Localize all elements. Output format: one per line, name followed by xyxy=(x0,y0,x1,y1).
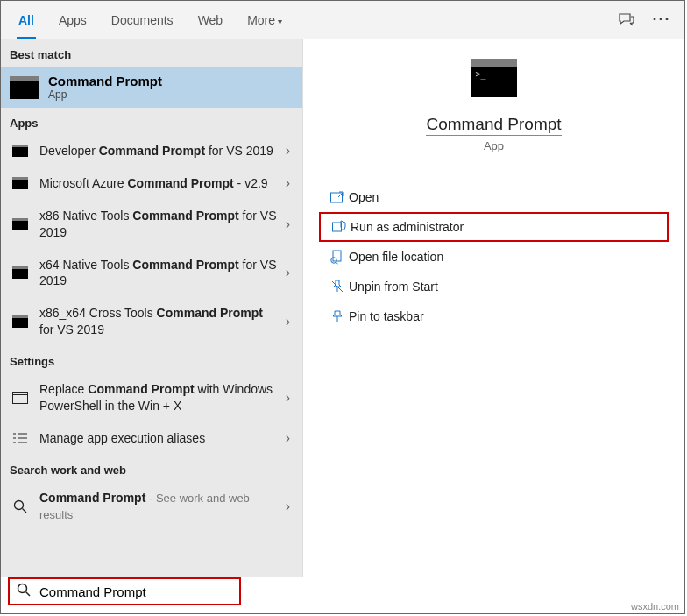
app-result-dev-cmd[interactable]: Developer Command Prompt for VS 2019 › xyxy=(1,135,302,167)
action-run-as-admin[interactable]: Run as administrator xyxy=(319,212,669,242)
chevron-right-icon[interactable]: › xyxy=(282,143,294,159)
command-prompt-icon xyxy=(12,266,28,279)
chevron-right-icon[interactable]: › xyxy=(282,499,294,514)
section-settings: Settings xyxy=(1,346,302,373)
svg-rect-12 xyxy=(333,223,342,231)
tab-more[interactable]: More▾ xyxy=(235,1,294,39)
ellipsis-icon[interactable]: ··· xyxy=(644,1,679,39)
search-icon xyxy=(10,499,31,513)
open-icon xyxy=(326,191,349,203)
unpin-icon xyxy=(326,280,349,294)
section-search-work-web: Search work and web xyxy=(1,455,302,482)
chevron-right-icon[interactable]: › xyxy=(282,430,294,446)
svg-point-8 xyxy=(15,500,24,509)
svg-line-15 xyxy=(336,262,338,264)
chevron-right-icon[interactable]: › xyxy=(282,390,294,406)
svg-line-18 xyxy=(26,592,31,597)
setting-replace-cmd-powershell[interactable]: Replace Command Prompt with Windows Powe… xyxy=(1,373,302,422)
shield-icon xyxy=(328,220,351,234)
search-box[interactable] xyxy=(8,577,241,605)
chevron-right-icon[interactable]: › xyxy=(282,175,294,191)
svg-line-9 xyxy=(23,508,27,513)
list-icon xyxy=(10,432,31,444)
chevron-right-icon[interactable]: › xyxy=(282,314,294,329)
tab-apps[interactable]: Apps xyxy=(46,1,99,39)
command-prompt-icon xyxy=(12,315,28,328)
action-open[interactable]: Open xyxy=(319,182,669,212)
best-match-subtitle: App xyxy=(48,89,162,101)
svg-point-17 xyxy=(18,584,27,593)
watermark: wsxdn.com xyxy=(631,601,679,612)
setting-app-aliases[interactable]: Manage app execution aliases › xyxy=(1,422,302,455)
chevron-down-icon: ▾ xyxy=(278,17,282,26)
command-prompt-icon xyxy=(12,145,28,157)
detail-subtitle: App xyxy=(484,139,504,152)
command-prompt-icon xyxy=(10,76,39,99)
svg-rect-0 xyxy=(13,393,28,404)
divider xyxy=(248,577,683,577)
window-icon xyxy=(10,392,31,404)
section-apps: Apps xyxy=(1,108,302,135)
app-result-azure-cmd[interactable]: Microsoft Azure Command Prompt - v2.9 › xyxy=(1,167,302,200)
detail-title[interactable]: Command Prompt xyxy=(426,115,561,136)
detail-panel: Command Prompt App Open Run as administr… xyxy=(303,39,684,577)
search-icon xyxy=(17,583,31,600)
pin-icon xyxy=(326,309,349,323)
app-result-x64-native[interactable]: x64 Native Tools Command Prompt for VS 2… xyxy=(1,249,302,298)
feedback-icon[interactable] xyxy=(609,1,644,39)
command-prompt-icon xyxy=(12,177,28,189)
app-result-x86-native[interactable]: x86 Native Tools Command Prompt for VS 2… xyxy=(1,200,302,249)
folder-icon xyxy=(326,250,349,264)
best-match-title: Command Prompt xyxy=(48,74,162,89)
tab-documents[interactable]: Documents xyxy=(99,1,186,39)
action-unpin-from-start[interactable]: Unpin from Start xyxy=(319,272,669,301)
tab-all[interactable]: All xyxy=(6,1,46,39)
chevron-right-icon[interactable]: › xyxy=(282,265,294,280)
search-input[interactable] xyxy=(38,584,232,600)
command-prompt-icon xyxy=(471,59,517,97)
svg-point-14 xyxy=(331,258,336,263)
action-open-file-location[interactable]: Open file location xyxy=(319,242,669,272)
tab-web[interactable]: Web xyxy=(186,1,236,39)
web-result-command-prompt[interactable]: Command Prompt - See work and web result… xyxy=(1,482,302,531)
command-prompt-icon xyxy=(12,218,28,230)
app-result-x86-x64-cross[interactable]: x86_x64 Cross Tools Command Prompt for V… xyxy=(1,297,302,346)
chevron-right-icon[interactable]: › xyxy=(282,216,294,232)
action-pin-to-taskbar[interactable]: Pin to taskbar xyxy=(319,301,669,331)
results-panel: Best match Command Prompt App Apps Devel… xyxy=(1,39,303,577)
svg-rect-10 xyxy=(331,193,343,202)
section-best-match: Best match xyxy=(1,39,302,67)
best-match-item[interactable]: Command Prompt App xyxy=(1,67,302,108)
search-scope-tabs: All Apps Documents Web More▾ ··· xyxy=(1,1,684,39)
